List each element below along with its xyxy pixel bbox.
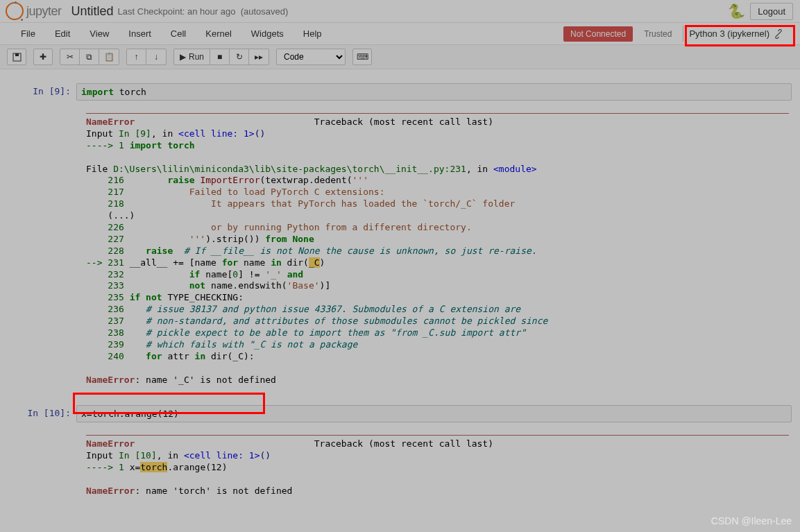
run-group: ▶Run ■ ↻ ▸▸ bbox=[173, 49, 269, 65]
add-cell-button[interactable]: ✚ bbox=[33, 49, 53, 65]
menu-widgets[interactable]: Widgets bbox=[241, 24, 293, 43]
stop-icon: ■ bbox=[217, 52, 222, 62]
cut-icon: ✂ bbox=[67, 52, 74, 62]
watermark: CSDN @Ileen-Lee bbox=[711, 515, 792, 526]
move-up-button[interactable]: ↑ bbox=[127, 49, 146, 65]
checkpoint-text: Last Checkpoint: an hour ago (autosaved) bbox=[118, 6, 289, 17]
restart-run-button[interactable]: ▸▸ bbox=[249, 49, 269, 65]
menu-insert[interactable]: Insert bbox=[119, 24, 161, 43]
plus-icon: ✚ bbox=[40, 52, 46, 62]
save-button[interactable] bbox=[7, 49, 26, 65]
code-cell[interactable]: In [9]: import torch bbox=[8, 83, 792, 101]
trusted-label[interactable]: Trusted bbox=[637, 26, 679, 42]
cell-type-select[interactable]: Code bbox=[276, 49, 346, 65]
kernel-name-text: Python 3 (ipykernel) bbox=[689, 28, 769, 39]
copy-icon: ⧉ bbox=[86, 52, 92, 62]
arrow-up-icon: ↑ bbox=[135, 52, 139, 62]
cell-output: NameError Traceback (most recent call la… bbox=[76, 105, 792, 391]
notebook-container: In [9]: import torch NameError Traceback… bbox=[0, 69, 800, 532]
play-icon: ▶ bbox=[180, 52, 186, 62]
traceback: NameError Traceback (most recent call la… bbox=[86, 438, 789, 497]
interrupt-button[interactable]: ■ bbox=[210, 49, 230, 65]
kernel-link-icon bbox=[774, 29, 783, 39]
python-icon: 🐍 bbox=[728, 3, 744, 19]
command-palette-button[interactable]: ⌨ bbox=[352, 49, 372, 65]
save-icon bbox=[12, 53, 22, 62]
edit-group: ✂ ⧉ 📋 bbox=[60, 49, 119, 65]
svg-rect-1 bbox=[15, 53, 19, 56]
menu-file[interactable]: File bbox=[11, 24, 45, 43]
keyboard-icon: ⌨ bbox=[357, 52, 368, 62]
cut-button[interactable]: ✂ bbox=[60, 49, 80, 65]
fast-forward-icon: ▸▸ bbox=[255, 52, 263, 62]
menu-edit[interactable]: Edit bbox=[45, 24, 80, 43]
input-prompt: In [9]: bbox=[8, 83, 76, 101]
move-group: ↑ ↓ bbox=[126, 49, 167, 65]
header-bar: jupyter Untitled Last Checkpoint: an hou… bbox=[0, 0, 800, 23]
code-input[interactable]: import torch bbox=[76, 83, 792, 101]
jupyter-icon bbox=[6, 2, 24, 20]
paste-button[interactable]: 📋 bbox=[99, 49, 119, 65]
code-input[interactable]: x=torch.arange(12) bbox=[76, 405, 792, 422]
code-cell[interactable]: In [10]: x=torch.arange(12) bbox=[8, 405, 792, 422]
traceback: NameError Traceback (most recent call la… bbox=[86, 117, 789, 386]
notebook-title[interactable]: Untitled bbox=[71, 4, 114, 19]
input-prompt: In [10]: bbox=[8, 405, 76, 422]
jupyter-logo[interactable]: jupyter bbox=[6, 2, 62, 20]
toolbar: ✚ ✂ ⧉ 📋 ↑ ↓ ▶Run ■ ↻ ▸▸ Code ⌨ bbox=[0, 45, 800, 69]
arrow-down-icon: ↓ bbox=[154, 52, 158, 62]
menu-help[interactable]: Help bbox=[293, 24, 332, 43]
menu-cell[interactable]: Cell bbox=[161, 24, 196, 43]
copy-button[interactable]: ⧉ bbox=[80, 49, 99, 65]
paste-icon: 📋 bbox=[104, 52, 114, 62]
restart-button[interactable]: ↻ bbox=[230, 49, 249, 65]
menu-kernel[interactable]: Kernel bbox=[196, 24, 241, 43]
cell-output: NameError Traceback (most recent call la… bbox=[76, 427, 792, 502]
logo-text: jupyter bbox=[26, 4, 62, 19]
menu-view[interactable]: View bbox=[80, 24, 119, 43]
restart-icon: ↻ bbox=[236, 52, 243, 62]
kernel-indicator[interactable]: Python 3 (ipykernel) bbox=[683, 26, 789, 42]
menu-bar: File Edit View Insert Cell Kernel Widget… bbox=[0, 23, 800, 45]
run-button[interactable]: ▶Run bbox=[174, 49, 210, 65]
move-down-button[interactable]: ↓ bbox=[146, 49, 166, 65]
not-connected-badge: Not Connected bbox=[563, 26, 633, 42]
logout-button[interactable]: Logout bbox=[750, 3, 793, 20]
